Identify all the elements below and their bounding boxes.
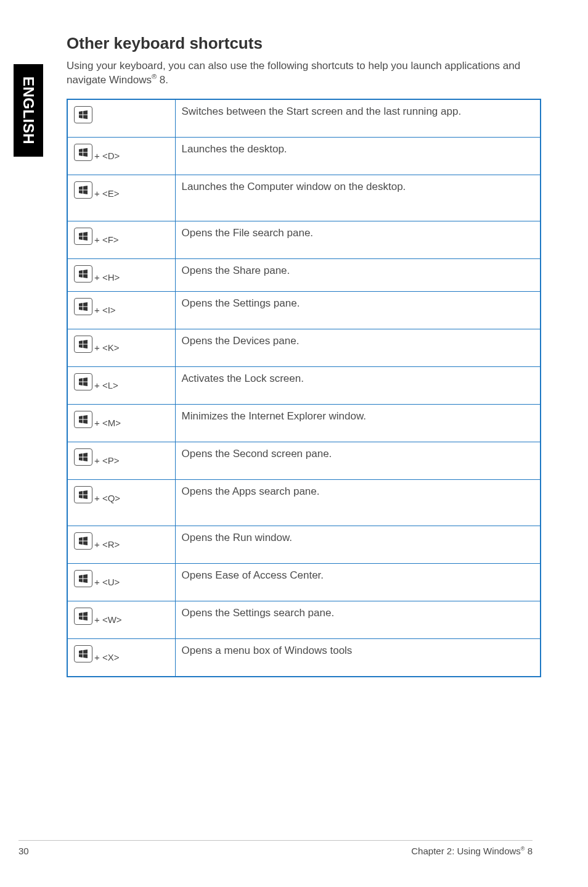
key-suffix: + <W> <box>94 614 122 626</box>
svg-marker-30 <box>79 382 83 386</box>
key-group: + <P> <box>74 448 119 466</box>
key-group: + <X> <box>74 645 119 662</box>
svg-marker-7 <box>83 152 88 157</box>
windows-key-icon <box>74 265 92 283</box>
key-group: + <L> <box>74 373 118 390</box>
shortcut-key-cell: + <L> <box>67 366 175 404</box>
svg-marker-21 <box>83 302 88 307</box>
svg-marker-49 <box>83 574 88 579</box>
language-tab-label: ENGLISH <box>20 76 37 144</box>
main-content: Other keyboard shortcuts Using your keyb… <box>67 34 541 677</box>
key-suffix: + <E> <box>94 188 119 200</box>
svg-marker-18 <box>79 274 83 278</box>
svg-marker-47 <box>83 541 88 545</box>
svg-marker-38 <box>79 457 83 461</box>
table-row: + <K> Opens the Devices pane. <box>67 329 541 366</box>
svg-marker-25 <box>83 340 88 344</box>
shortcut-desc: Opens the Second screen pane. <box>175 442 541 479</box>
key-group: + <F> <box>74 228 119 245</box>
key-suffix: + <I> <box>94 304 116 316</box>
intro-paragraph: Using your keyboard, you can also use th… <box>67 59 541 88</box>
shortcut-key-cell <box>67 99 175 138</box>
svg-marker-59 <box>83 654 88 658</box>
shortcut-key-cell: + <E> <box>67 175 175 221</box>
svg-marker-53 <box>83 612 88 616</box>
table-row: + <E> Launches the Computer window on th… <box>67 175 541 221</box>
key-suffix: + <X> <box>94 651 119 664</box>
table-row: + <H> Opens the Share pane. <box>67 258 541 291</box>
key-suffix: + <Q> <box>94 492 120 505</box>
shortcut-desc: Opens the Share pane. <box>175 258 541 291</box>
svg-marker-22 <box>79 307 83 310</box>
key-group: + <U> <box>74 570 120 587</box>
key-group: + <E> <box>74 181 119 199</box>
shortcut-desc: Launches the desktop. <box>175 137 541 175</box>
windows-key-icon <box>74 448 92 466</box>
key-group: + <R> <box>74 532 120 550</box>
svg-marker-28 <box>79 378 83 382</box>
key-group: + <K> <box>74 336 119 353</box>
windows-key-icon <box>74 570 92 587</box>
table-row: + <X> Opens a menu box of Windows tools <box>67 638 541 677</box>
shortcut-desc: Opens the Devices pane. <box>175 329 541 366</box>
windows-key-icon <box>74 486 92 503</box>
key-suffix: + <D> <box>94 150 120 162</box>
key-suffix: + <U> <box>94 576 120 588</box>
svg-marker-16 <box>79 270 83 274</box>
table-row: + <U> Opens Ease of Access Center. <box>67 563 541 601</box>
svg-marker-23 <box>83 307 88 311</box>
key-group: + <W> <box>74 608 122 625</box>
svg-marker-46 <box>79 541 83 545</box>
svg-marker-20 <box>79 303 83 307</box>
svg-marker-19 <box>83 274 88 278</box>
shortcut-desc: Activates the Lock screen. <box>175 366 541 404</box>
table-row: + <L> Activates the Lock screen. <box>67 366 541 404</box>
svg-marker-0 <box>79 111 83 115</box>
svg-marker-37 <box>83 453 88 457</box>
table-row: Switches between the Start screen and th… <box>67 99 541 138</box>
key-group: + <H> <box>74 265 120 283</box>
svg-marker-48 <box>79 575 83 579</box>
svg-marker-27 <box>83 344 88 349</box>
windows-key-icon <box>74 532 92 550</box>
svg-marker-26 <box>79 344 83 348</box>
svg-marker-33 <box>83 415 88 419</box>
svg-marker-36 <box>79 453 83 457</box>
shortcut-key-cell: + <D> <box>67 137 175 175</box>
shortcut-desc: Launches the Computer window on the desk… <box>175 175 541 221</box>
windows-key-icon <box>74 144 92 161</box>
shortcut-key-cell: + <H> <box>67 258 175 291</box>
windows-key-icon <box>74 373 92 390</box>
shortcut-desc: Switches between the Start screen and th… <box>175 99 541 138</box>
svg-marker-9 <box>83 186 88 190</box>
shortcuts-table: Switches between the Start screen and th… <box>67 99 541 677</box>
page: ENGLISH Other keyboard shortcuts Using y… <box>0 0 588 887</box>
svg-marker-12 <box>79 233 83 236</box>
key-group: + <D> <box>74 144 120 161</box>
svg-marker-42 <box>79 495 83 498</box>
svg-marker-39 <box>83 457 88 461</box>
table-row: + <M> Minimizes the Internet Explorer wi… <box>67 404 541 442</box>
svg-marker-10 <box>79 190 83 194</box>
shortcut-desc: Opens the Settings pane. <box>175 291 541 329</box>
svg-marker-24 <box>79 340 83 344</box>
shortcut-key-cell: + <X> <box>67 638 175 677</box>
key-group: + <I> <box>74 298 116 315</box>
key-suffix: + <F> <box>94 234 119 246</box>
key-suffix: + <P> <box>94 455 119 467</box>
section-heading: Other keyboard shortcuts <box>67 34 541 53</box>
windows-key-icon <box>74 645 92 662</box>
shortcut-desc: Opens the File search pane. <box>175 221 541 258</box>
svg-marker-17 <box>83 270 88 274</box>
shortcut-key-cell: + <R> <box>67 526 175 563</box>
svg-marker-56 <box>79 650 83 654</box>
table-row: + <D> Launches the desktop. <box>67 137 541 175</box>
svg-marker-52 <box>79 613 83 616</box>
table-row: + <Q> Opens the Apps search pane. <box>67 479 541 526</box>
shortcut-desc: Minimizes the Internet Explorer window. <box>175 404 541 442</box>
table-row: + <W> Opens the Settings search pane. <box>67 601 541 638</box>
shortcut-key-cell: + <W> <box>67 601 175 638</box>
shortcut-key-cell: + <U> <box>67 563 175 601</box>
svg-marker-57 <box>83 650 88 654</box>
shortcut-desc: Opens Ease of Access Center. <box>175 563 541 601</box>
